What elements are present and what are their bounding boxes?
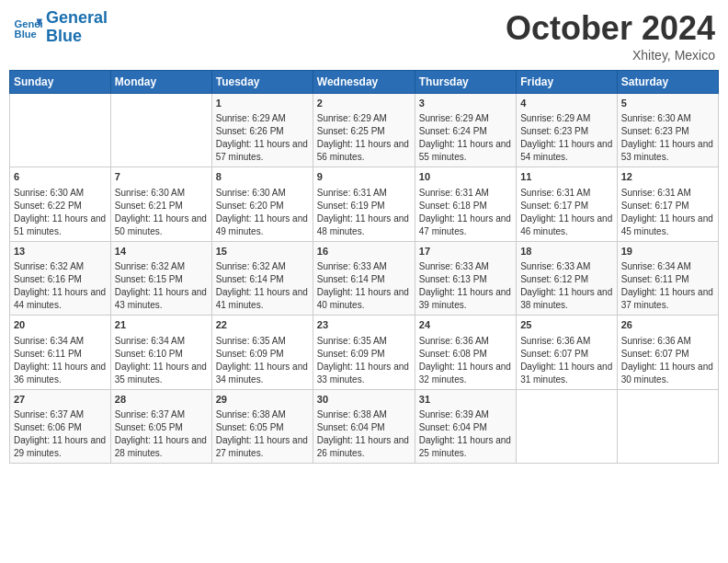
calendar-cell: 29Sunrise: 6:38 AMSunset: 6:05 PMDayligh… [211,389,313,463]
calendar-cell: 5Sunrise: 6:30 AMSunset: 6:23 PMDaylight… [617,94,718,167]
cell-text: Sunrise: 6:33 AM [520,260,613,273]
cell-text: Sunset: 6:22 PM [14,200,107,213]
cell-text: Daylight: 11 hours and 48 minutes. [317,213,411,238]
cell-text: Sunrise: 6:31 AM [317,187,411,200]
cell-text: Sunrise: 6:30 AM [216,187,309,200]
day-number: 2 [317,97,411,110]
calendar-cell: 3Sunrise: 6:29 AMSunset: 6:24 PMDaylight… [415,94,516,167]
cell-text: Daylight: 11 hours and 27 minutes. [216,434,309,460]
cell-text: Sunset: 6:17 PM [621,200,714,213]
cell-text: Sunrise: 6:33 AM [317,260,411,273]
day-number: 12 [621,170,714,184]
cell-text: Sunset: 6:04 PM [317,421,411,434]
weekday-header-friday: Friday [517,71,618,94]
cell-text: Daylight: 11 hours and 36 minutes. [14,361,107,386]
cell-text: Sunset: 6:19 PM [317,200,411,213]
calendar-cell: 6Sunrise: 6:30 AMSunset: 6:22 PMDaylight… [10,167,111,241]
cell-text: Sunset: 6:18 PM [419,200,512,213]
calendar-cell: 20Sunrise: 6:34 AMSunset: 6:11 PMDayligh… [10,316,111,389]
cell-text: Sunset: 6:09 PM [317,348,411,361]
cell-text: Daylight: 11 hours and 26 minutes. [317,434,411,460]
calendar-cell: 24Sunrise: 6:36 AMSunset: 6:08 PMDayligh… [415,316,516,389]
cell-text: Sunset: 6:09 PM [216,348,309,361]
day-number: 16 [317,245,411,259]
cell-text: Sunrise: 6:36 AM [419,335,512,348]
calendar-cell: 31Sunrise: 6:39 AMSunset: 6:04 PMDayligh… [415,389,516,463]
calendar-header: SundayMondayTuesdayWednesdayThursdayFrid… [10,71,719,94]
cell-text: Sunset: 6:26 PM [216,125,309,138]
day-number: 13 [14,245,107,259]
cell-text: Daylight: 11 hours and 33 minutes. [317,361,411,386]
title-block: October 2024 Xhitey, Mexico [506,9,715,63]
calendar-cell: 21Sunrise: 6:34 AMSunset: 6:10 PMDayligh… [110,316,211,389]
calendar-cell [617,389,718,463]
cell-text: Sunset: 6:11 PM [14,348,107,361]
day-number: 29 [216,393,309,407]
calendar-table: SundayMondayTuesdayWednesdayThursdayFrid… [9,70,719,464]
cell-text: Sunset: 6:14 PM [317,273,411,286]
cell-text: Daylight: 11 hours and 34 minutes. [216,361,309,386]
cell-text: Sunrise: 6:37 AM [115,408,208,421]
day-number: 20 [14,318,107,332]
day-number: 6 [14,170,107,184]
cell-text: Sunrise: 6:33 AM [419,260,512,273]
cell-text: Sunset: 6:07 PM [520,348,613,361]
day-number: 4 [520,97,613,110]
day-number: 27 [14,393,107,407]
calendar-week-3: 13Sunrise: 6:32 AMSunset: 6:16 PMDayligh… [10,241,719,315]
day-number: 5 [621,97,714,110]
day-number: 7 [115,170,208,184]
calendar-cell: 16Sunrise: 6:33 AMSunset: 6:14 PMDayligh… [313,241,415,315]
calendar-cell: 22Sunrise: 6:35 AMSunset: 6:09 PMDayligh… [211,316,313,389]
cell-text: Sunset: 6:10 PM [115,348,208,361]
cell-text: Daylight: 11 hours and 41 minutes. [216,286,309,312]
cell-text: Sunset: 6:23 PM [520,125,613,138]
cell-text: Daylight: 11 hours and 44 minutes. [14,286,107,312]
cell-text: Sunset: 6:25 PM [317,125,411,138]
cell-text: Sunrise: 6:38 AM [317,408,411,421]
calendar-week-5: 27Sunrise: 6:37 AMSunset: 6:06 PMDayligh… [10,389,719,463]
cell-text: Sunrise: 6:35 AM [216,335,309,348]
cell-text: Sunrise: 6:39 AM [419,408,512,421]
weekday-header-sunday: Sunday [10,71,111,94]
day-number: 24 [419,318,512,332]
calendar-cell: 19Sunrise: 6:34 AMSunset: 6:11 PMDayligh… [617,241,718,315]
cell-text: Sunrise: 6:38 AM [216,408,309,421]
calendar-cell: 1Sunrise: 6:29 AMSunset: 6:26 PMDaylight… [211,94,313,167]
day-number: 17 [419,245,512,259]
weekday-header-monday: Monday [110,71,211,94]
calendar-cell: 8Sunrise: 6:30 AMSunset: 6:20 PMDaylight… [211,167,313,241]
calendar-cell: 25Sunrise: 6:36 AMSunset: 6:07 PMDayligh… [517,316,618,389]
cell-text: Sunrise: 6:32 AM [216,260,309,273]
logo: General Blue General Blue [13,9,108,46]
calendar-cell: 2Sunrise: 6:29 AMSunset: 6:25 PMDaylight… [313,94,415,167]
day-number: 8 [216,170,309,184]
cell-text: Daylight: 11 hours and 35 minutes. [115,361,208,386]
cell-text: Sunset: 6:23 PM [621,125,714,138]
cell-text: Sunset: 6:12 PM [520,273,613,286]
cell-text: Sunrise: 6:36 AM [520,335,613,348]
cell-text: Daylight: 11 hours and 25 minutes. [419,434,512,460]
cell-text: Sunrise: 6:34 AM [14,335,107,348]
day-number: 9 [317,170,411,184]
cell-text: Daylight: 11 hours and 29 minutes. [14,434,107,460]
cell-text: Daylight: 11 hours and 49 minutes. [216,213,309,238]
cell-text: Sunrise: 6:31 AM [621,187,714,200]
calendar-cell: 15Sunrise: 6:32 AMSunset: 6:14 PMDayligh… [211,241,313,315]
cell-text: Sunset: 6:20 PM [216,200,309,213]
cell-text: Daylight: 11 hours and 55 minutes. [419,138,512,164]
cell-text: Daylight: 11 hours and 53 minutes. [621,138,714,164]
cell-text: Sunrise: 6:29 AM [520,112,613,125]
weekday-header-saturday: Saturday [617,71,718,94]
day-number: 25 [520,318,613,332]
cell-text: Daylight: 11 hours and 56 minutes. [317,138,411,164]
cell-text: Daylight: 11 hours and 43 minutes. [115,286,208,312]
cell-text: Sunrise: 6:35 AM [317,335,411,348]
cell-text: Daylight: 11 hours and 32 minutes. [419,361,512,386]
calendar-week-2: 6Sunrise: 6:30 AMSunset: 6:22 PMDaylight… [10,167,719,241]
location-subtitle: Xhitey, Mexico [506,48,715,63]
calendar-cell: 14Sunrise: 6:32 AMSunset: 6:15 PMDayligh… [110,241,211,315]
cell-text: Sunrise: 6:29 AM [317,112,411,125]
day-number: 19 [621,245,714,259]
calendar-cell [517,389,618,463]
